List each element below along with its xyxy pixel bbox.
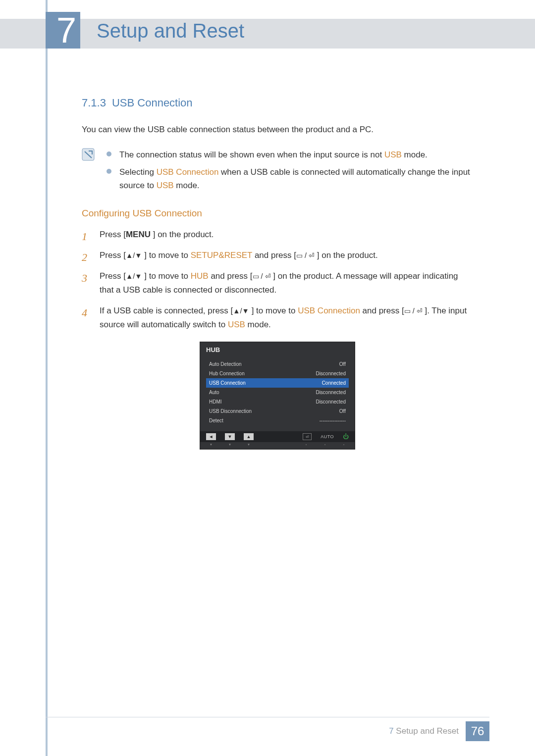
osd-down-icon: ▼: [225, 433, 235, 440]
osd-item: AutoDisconnected: [206, 388, 349, 397]
step-4: If a USB cable is connected, press [▲/▼ …: [82, 304, 473, 332]
chapter-number-box: 7: [46, 12, 80, 49]
osd-button-row: ◄ ▼ ▲ ⏎ AUTO ⏻: [200, 431, 355, 442]
osd-item: Hub ConnectionDisconnected: [206, 369, 349, 378]
step-3: Press [▲/▼ ] to move to HUB and press [▭…: [82, 269, 473, 297]
osd-title: HUB: [200, 342, 355, 356]
step-1: Press [MENU ] on the product.: [82, 228, 473, 242]
osd-item: Auto DetectionOff: [206, 359, 349, 369]
section-heading: 7.1.3USB Connection: [82, 97, 473, 109]
note-body: The connection status will be shown even…: [107, 148, 473, 197]
steps-list: Press [MENU ] on the product. Press [▲/▼…: [82, 228, 473, 332]
osd-item: USB DisconnectionOff: [206, 406, 349, 416]
note-item: Selecting USB Connection when a USB cabl…: [107, 165, 473, 192]
osd-item: HDMIDisconnected: [206, 397, 349, 406]
osd-auto-label: AUTO: [321, 434, 334, 439]
osd-screenshot: HUB Auto DetectionOff Hub ConnectionDisc…: [200, 342, 355, 450]
osd-source-icon: ⏎: [303, 433, 312, 440]
osd-power-icon: ⏻: [343, 433, 349, 440]
footer: 7 Setup and Reset 76: [0, 721, 535, 741]
chapter-title: Setup and Reset: [97, 20, 244, 42]
note-item: The connection status will be shown even…: [107, 148, 473, 161]
header-band: [0, 19, 535, 49]
main-content: 7.1.3USB Connection You can view the USB…: [82, 97, 473, 450]
step-2: Press [▲/▼ ] to move to SETUP&RESET and …: [82, 249, 473, 262]
osd-item: Detect----------------: [206, 416, 349, 425]
section-title: USB Connection: [112, 97, 193, 109]
footer-page-number: 76: [466, 721, 489, 741]
configuring-heading: Configuring USB Connection: [82, 208, 473, 219]
note-icon: [82, 148, 95, 161]
osd-indicator-row: ▼▼▼ •••: [200, 442, 355, 449]
osd-back-icon: ◄: [206, 433, 216, 440]
note-block: The connection status will be shown even…: [82, 148, 473, 197]
section-intro: You can view the USB cable connection st…: [82, 123, 473, 136]
osd-up-icon: ▲: [244, 433, 254, 440]
left-accent-bar: [46, 0, 48, 756]
osd-item-selected: USB ConnectionConnected: [206, 378, 349, 388]
footer-chapter: 7 Setup and Reset: [389, 726, 459, 736]
footer-divider: [46, 717, 489, 717]
osd-menu: Auto DetectionOff Hub ConnectionDisconne…: [200, 356, 355, 431]
section-number: 7.1.3: [82, 97, 106, 109]
